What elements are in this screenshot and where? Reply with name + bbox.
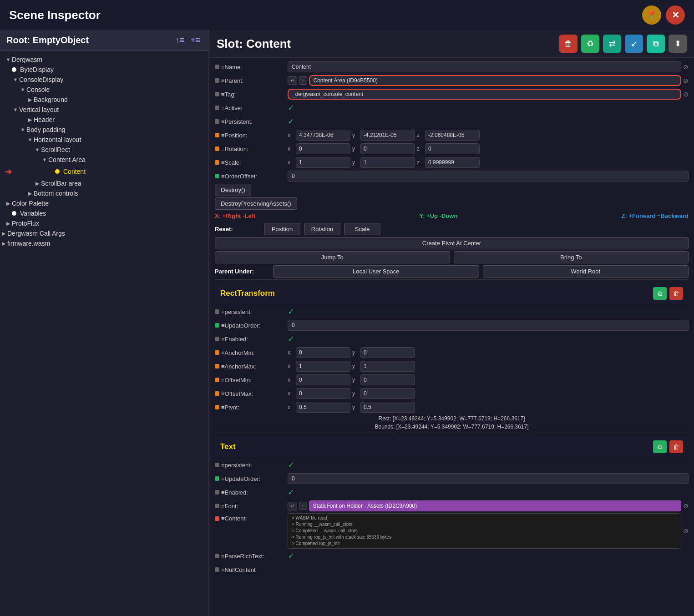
rot-z-field[interactable]: 0: [425, 143, 480, 154]
tree-item-bottomcontrols[interactable]: ▶ Bottom controls: [0, 188, 208, 198]
rt-anchormax-y[interactable]: 1: [360, 361, 415, 372]
parent-arrow-button[interactable]: ↑: [299, 76, 307, 85]
tree-arrow-bodypadding: ▼: [19, 127, 26, 132]
rt-anchormin-x[interactable]: 0: [296, 347, 350, 358]
rt-anchormin-ind: [215, 350, 219, 355]
tree-arrow-consoledisplay: ▼: [12, 77, 19, 82]
jump-to-button[interactable]: Jump To: [215, 251, 450, 263]
rt-offsetmax-x[interactable]: 0: [296, 388, 350, 399]
tree-item-bodypadding[interactable]: ▼ Body padding: [0, 125, 208, 135]
prop-position-xyz: x 4.347738E-06 y -4.21201E-05 z -2.06048…: [288, 130, 689, 141]
text-copy-button[interactable]: ⧉: [653, 440, 667, 453]
tag-field[interactable]: _dergwasm_console_content: [288, 89, 681, 100]
orderoffset-field[interactable]: 0: [288, 171, 689, 182]
tree-item-firmwarewasm[interactable]: ▶ firmware.wasm: [0, 238, 208, 248]
tree-item-consoledisplay[interactable]: ▼ ConsoleDisplay: [0, 75, 208, 85]
bring-to-button[interactable]: Bring To: [454, 251, 689, 263]
font-field[interactable]: StaticFont on Holder - Assets (ID2C9A900…: [309, 500, 682, 511]
tree-item-header[interactable]: ▶ Header: [0, 115, 208, 125]
prop-destroypreserving-value: DestroyPreservingAssets(): [215, 197, 689, 210]
parent-field[interactable]: Content Area (ID94B5500): [309, 75, 682, 86]
tree-arrow-background: ▶: [26, 97, 34, 103]
rt-offsetmin-x[interactable]: 0: [296, 374, 350, 385]
move-button[interactable]: ↙: [625, 35, 643, 53]
tree-item-dergwasm[interactable]: ▼ Dergwasm: [0, 55, 208, 65]
bounds-info: Bounds: [X=23.49244; Y=5.349902; W=777.6…: [215, 423, 689, 431]
title-bar-buttons: 📍 ✕: [642, 5, 685, 25]
rt-anchormax-x[interactable]: 1: [296, 361, 350, 372]
pos-z-field[interactable]: -2.060488E-05: [425, 130, 480, 141]
tree-item-variables[interactable]: Variables: [0, 208, 208, 218]
local-user-space-button[interactable]: Local User Space: [273, 265, 479, 278]
tree-add-button[interactable]: +≡: [189, 35, 202, 46]
rt-offsetmin-y[interactable]: 0: [360, 374, 415, 385]
tree-item-protoflux[interactable]: ▶ ProtoFlux: [0, 218, 208, 228]
add-child-button[interactable]: ⇄: [603, 35, 621, 53]
more-button[interactable]: ⬍: [669, 35, 687, 53]
tree-item-horizontallayout[interactable]: ▼ Horizontal layout: [0, 135, 208, 145]
tree-item-bytedisplay[interactable]: ByteDisplay: [0, 65, 208, 75]
rt-anchormin-y[interactable]: 0: [360, 347, 415, 358]
refresh-button[interactable]: ♻: [581, 35, 599, 53]
pos-y-field[interactable]: -4.21201E-05: [360, 130, 415, 141]
rt-persistent-check[interactable]: ✓: [288, 307, 294, 317]
tree-item-dergwasmcallargs[interactable]: ▶ Dergwasm Call Args: [0, 228, 208, 238]
text-delete-button[interactable]: 🗑: [669, 440, 683, 453]
text-nullcontent-row: ≡NullContent: [215, 563, 689, 576]
create-pivot-button[interactable]: Create Pivot At Center: [215, 237, 689, 249]
rt-updateorder-field[interactable]: 0: [288, 320, 689, 331]
hint-z: Z: +Forward ~Backward: [622, 212, 689, 219]
tree-up-button[interactable]: ↑≡: [173, 35, 186, 46]
close-button[interactable]: ✕: [666, 5, 685, 25]
text-updateorder-field[interactable]: 0: [288, 473, 689, 484]
text-enabled-label: ≡Enabled:: [215, 489, 288, 496]
font-arrow-button[interactable]: ↑: [299, 502, 307, 510]
pos-y-label: y: [352, 132, 359, 138]
text-content-field[interactable]: > WASM file read > Running __wasm_call_c…: [288, 513, 681, 549]
tree-item-content[interactable]: ➜ Content: [0, 165, 208, 178]
tree-dot-bytedisplay: [12, 67, 16, 72]
reset-rotation-button[interactable]: Rotation: [304, 223, 340, 235]
tree-item-contentarea[interactable]: ▼ Content Area: [0, 155, 208, 165]
rt-pivot-y[interactable]: 0.5: [360, 402, 415, 413]
tree-item-verticallayout[interactable]: ▼ Vertical layout: [0, 105, 208, 115]
destroy-button[interactable]: Destroy(): [215, 184, 251, 196]
world-root-button[interactable]: World Root: [483, 265, 689, 278]
font-nav-button[interactable]: ↵: [288, 502, 297, 510]
reset-scale-button[interactable]: Scale: [344, 223, 380, 235]
scale-y-field[interactable]: 1: [360, 157, 415, 168]
rect-copy-button[interactable]: ⧉: [653, 287, 667, 300]
tree-item-colorpalette[interactable]: ▶ Color Palette: [0, 198, 208, 208]
tree-item-background[interactable]: ▶ Background: [0, 95, 208, 105]
rt-offsetmax-y[interactable]: 0: [360, 388, 415, 399]
pin-button[interactable]: 📍: [642, 5, 661, 25]
copy-button[interactable]: ⧉: [647, 35, 665, 53]
reset-position-button[interactable]: Position: [264, 223, 300, 235]
parent-up-button[interactable]: ↵: [288, 76, 297, 85]
scale-z-field[interactable]: 0.9999999: [425, 157, 480, 168]
right-panel-buttons: 🗑 ♻ ⇄ ↙ ⧉ ⬍: [559, 35, 687, 53]
pos-x-field[interactable]: 4.347738E-06: [296, 130, 350, 141]
tree-item-scrollbararea[interactable]: ▶ ScrollBar area: [0, 178, 208, 188]
destroypreserving-button[interactable]: DestroyPreservingAssets(): [215, 197, 297, 210]
persistent-check[interactable]: ✓: [288, 116, 294, 126]
pos-x-label: x: [288, 132, 294, 138]
name-field[interactable]: Content: [288, 61, 681, 72]
tree-item-scrollrect[interactable]: ▼ ScrollRect: [0, 145, 208, 155]
rt-enabled-check[interactable]: ✓: [288, 334, 294, 344]
text-enabled-check[interactable]: ✓: [288, 487, 294, 497]
parserichtext-check[interactable]: ✓: [288, 551, 294, 561]
scale-x-field[interactable]: 1: [296, 157, 350, 168]
rot-y-field[interactable]: 0: [360, 143, 415, 154]
prop-tag-row: ≡Tag: _dergwasm_console_content ⊘: [215, 88, 689, 101]
active-check[interactable]: ✓: [288, 103, 294, 113]
delete-button[interactable]: 🗑: [559, 35, 577, 53]
reset-label: Reset:: [215, 226, 260, 232]
rt-pivot-x[interactable]: 0.5: [296, 402, 350, 413]
text-persistent-check[interactable]: ✓: [288, 460, 294, 470]
rot-x-field[interactable]: 0: [296, 143, 350, 154]
tree-item-console[interactable]: ▼ Console: [0, 85, 208, 95]
rect-delete-button[interactable]: 🗑: [669, 287, 683, 300]
prop-tag-value: _dergwasm_console_content ⊘: [288, 89, 689, 100]
main-layout: Root: EmptyObject ↑≡ +≡ ▼ Dergwasm: [0, 30, 694, 616]
